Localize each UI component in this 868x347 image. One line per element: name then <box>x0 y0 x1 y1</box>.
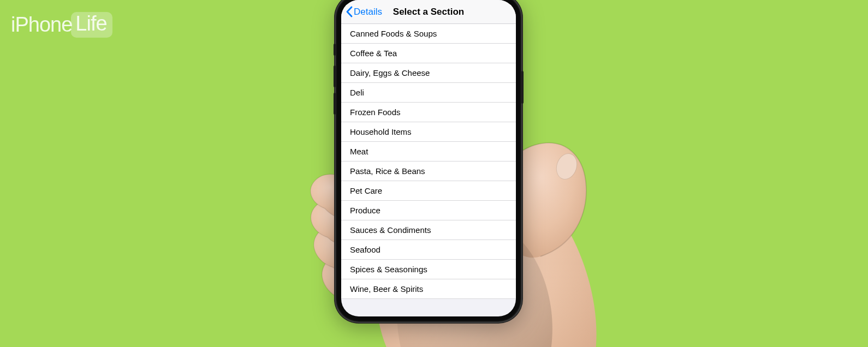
list-item-label: Pasta, Rice & Beans <box>350 166 425 176</box>
back-label: Details <box>354 7 382 17</box>
volume-up-button <box>334 65 336 87</box>
list-item-label: Deli <box>350 88 364 97</box>
list-item-label: Frozen Foods <box>350 107 401 117</box>
list-item[interactable]: Frozen Foods <box>341 103 516 122</box>
list-item[interactable]: Coffee & Tea <box>341 44 516 63</box>
watermark-right: Life <box>71 12 112 38</box>
list-item[interactable]: Household Items <box>341 122 516 142</box>
list-item-label: Canned Foods & Soups <box>350 29 437 38</box>
list-item[interactable]: Dairy, Eggs & Cheese <box>341 63 516 83</box>
list-item-label: Seafood <box>350 245 381 254</box>
list-item-label: Meat <box>350 147 368 156</box>
list-item[interactable]: Seafood <box>341 240 516 260</box>
list-item-label: Sauces & Condiments <box>350 225 431 235</box>
list-item[interactable]: Wine, Beer & Spirits <box>341 279 516 299</box>
list-item-label: Spices & Seasonings <box>350 265 427 274</box>
list-item-label: Wine, Beer & Spirits <box>350 284 423 294</box>
nav-bar: Details Select a Section <box>341 0 516 24</box>
list-item[interactable]: Sauces & Condiments <box>341 220 516 240</box>
list-item-label: Dairy, Eggs & Cheese <box>350 68 430 77</box>
list-item-label: Household Items <box>350 127 412 136</box>
phone-frame: Details Select a Section Canned Foods & … <box>336 0 521 322</box>
mute-switch <box>334 44 336 56</box>
iphonelife-watermark: iPhoneLife <box>11 12 112 38</box>
list-item[interactable]: Pet Care <box>341 181 516 201</box>
list-item-label: Coffee & Tea <box>350 49 397 58</box>
list-item[interactable]: Pasta, Rice & Beans <box>341 161 516 181</box>
chevron-left-icon <box>346 6 353 17</box>
list-item[interactable]: Meat <box>341 142 516 161</box>
list-item[interactable]: Spices & Seasonings <box>341 260 516 279</box>
list-item[interactable]: Canned Foods & Soups <box>341 24 516 44</box>
list-item[interactable]: Produce <box>341 201 516 220</box>
list-item[interactable]: Deli <box>341 83 516 103</box>
phone-screen: Details Select a Section Canned Foods & … <box>341 0 516 316</box>
section-list[interactable]: Canned Foods & Soups Coffee & Tea Dairy,… <box>341 24 516 299</box>
list-item-label: Produce <box>350 206 381 215</box>
list-item-label: Pet Care <box>350 186 382 195</box>
svg-point-0 <box>553 151 580 182</box>
watermark-left: iPhone <box>11 13 72 37</box>
power-button <box>521 71 524 104</box>
back-button[interactable]: Details <box>346 6 382 17</box>
volume-down-button <box>334 93 336 115</box>
